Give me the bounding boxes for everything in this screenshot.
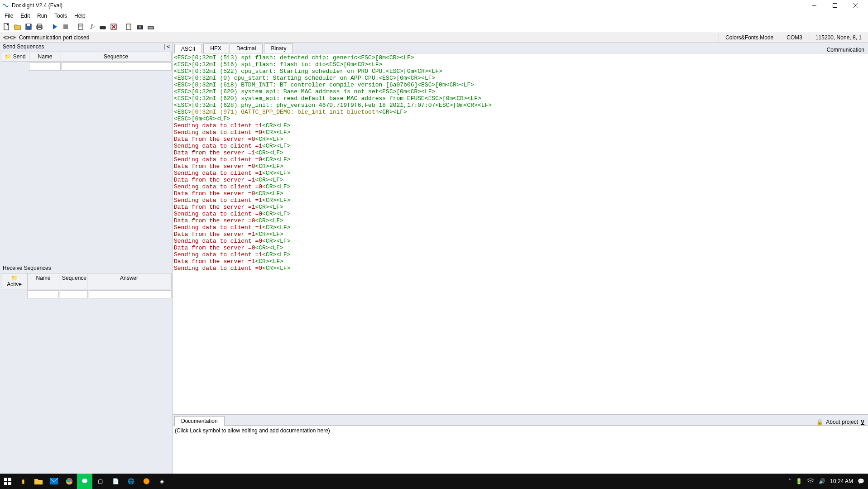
taskbar-app-6[interactable]: ▢ (92, 474, 108, 489)
tab-binary[interactable]: Binary (264, 43, 293, 53)
windows-taskbar: ▮ ▢ 📄 🌐 🟠 ◈ ˄ 🔋 🔊 10:24 AM 💬 (0, 474, 868, 489)
maximize-button[interactable] (825, 0, 845, 11)
collapse-send-icon[interactable]: |< (163, 43, 170, 50)
clear-x-icon[interactable] (109, 22, 119, 32)
serial-settings-cell[interactable]: 115200, None, 8, 1 (809, 33, 868, 43)
sheet-sparkle-icon[interactable] (124, 22, 134, 32)
menu-tools[interactable]: Tools (51, 12, 71, 20)
folder-icon: 📁 (11, 275, 18, 281)
play-icon[interactable] (50, 22, 60, 32)
send-table-header: 📁 Send Name Sequence (1, 52, 172, 62)
svg-rect-8 (38, 24, 41, 26)
about-project-link[interactable]: About project (826, 419, 858, 425)
send-col-sequence[interactable]: Sequence (61, 52, 171, 61)
send-col-name[interactable]: Name (29, 52, 61, 61)
svg-point-15 (102, 26, 106, 29)
tray-clock[interactable]: 10:24 AM (830, 478, 853, 484)
tab-hex[interactable]: HEX (203, 43, 228, 53)
taskbar-app-8[interactable]: 🌐 (123, 474, 139, 489)
file-explorer-icon[interactable] (31, 474, 46, 489)
lock-icon[interactable]: 🔒 (816, 419, 823, 425)
tab-decimal[interactable]: Decimal (230, 43, 263, 53)
stop-icon[interactable] (61, 22, 71, 32)
save-icon[interactable] (24, 22, 34, 32)
about-v[interactable]: V (861, 419, 864, 425)
notepad-icon[interactable] (76, 22, 86, 32)
taskbar-app-1[interactable]: ▮ (15, 474, 31, 489)
taskbar-app-7[interactable]: 📄 (108, 474, 123, 489)
tray-chevron-up-icon[interactable]: ˄ (788, 478, 791, 484)
titlebar: Docklight V2.4 (Eval) (0, 0, 868, 11)
line-app-icon[interactable] (77, 474, 92, 489)
toolbar (0, 21, 868, 33)
send-name-input[interactable] (29, 62, 61, 71)
svg-rect-9 (38, 28, 41, 29)
close-button[interactable] (845, 0, 866, 11)
binoculars-icon[interactable] (98, 22, 108, 32)
folder-icon: 📁 (5, 53, 11, 60)
taskbar-app-9[interactable]: 🟠 (139, 474, 154, 489)
svg-point-21 (139, 26, 141, 29)
com-port-cell[interactable]: COM3 (780, 33, 809, 43)
recv-name-input[interactable] (27, 290, 59, 298)
window-title: Docklight V2.4 (Eval) (12, 2, 62, 9)
port-status-text: Commmunication port closed (19, 34, 89, 41)
menu-edit[interactable]: Edit (17, 12, 34, 20)
colors-fonts-mode[interactable]: Colors&Fonts Mode (719, 33, 780, 43)
svg-rect-1 (833, 4, 837, 8)
menu-help[interactable]: Help (71, 12, 89, 20)
recv-col-name[interactable]: Name (28, 273, 59, 289)
receive-sequences-title: Receive Sequences (3, 265, 51, 271)
terminal-tabs: ASCII HEX Decimal Binary Communication (173, 43, 868, 53)
svg-point-32 (68, 480, 71, 483)
port-status-icon (3, 35, 16, 40)
svg-rect-28 (4, 482, 7, 485)
recv-sequence-input[interactable] (60, 290, 88, 298)
tray-battery-icon[interactable]: 🔋 (796, 478, 802, 484)
open-icon[interactable] (13, 22, 23, 32)
minimize-button[interactable] (804, 0, 825, 11)
svg-rect-29 (8, 482, 11, 485)
left-sidebar: Send Sequences |< 📁 Send Name Sequence R… (0, 43, 173, 489)
keyboard-icon[interactable] (146, 22, 156, 32)
terminal-output[interactable]: <ESC>[0;32mI (513) spi_flash: detected c… (173, 53, 868, 415)
app-icon (2, 2, 9, 9)
svg-rect-27 (8, 478, 11, 481)
recv-col-answer[interactable]: Answer (87, 273, 171, 289)
tray-wifi-icon[interactable] (807, 479, 814, 484)
docklight-taskbar-icon[interactable]: ◈ (154, 474, 169, 489)
tab-documentation[interactable]: Documentation (174, 416, 225, 426)
send-sequences-title: Send Sequences (3, 43, 44, 50)
chrome-icon[interactable] (62, 474, 77, 489)
send-sequence-input[interactable] (62, 62, 172, 71)
svg-rect-6 (27, 24, 30, 26)
comm-status-bar: Commmunication port closed Colors&Fonts … (0, 33, 868, 43)
start-button[interactable] (0, 474, 15, 489)
menubar: File Edit Run Tools Help (0, 11, 868, 21)
menu-run[interactable]: Run (34, 12, 51, 20)
print-icon[interactable] (34, 22, 44, 32)
wrench-icon[interactable] (87, 22, 97, 32)
recv-col-sequence[interactable]: Sequence (59, 273, 87, 289)
communication-label: Communication (827, 47, 868, 53)
camera-icon[interactable] (135, 22, 145, 32)
recv-answer-input[interactable] (89, 290, 172, 298)
svg-point-34 (82, 479, 87, 483)
tray-volume-icon[interactable]: 🔊 (819, 478, 825, 484)
tab-ascii[interactable]: ASCII (174, 44, 202, 53)
svg-rect-26 (4, 478, 7, 481)
recv-table-header: 📁 Active Name Sequence Answer (1, 273, 172, 289)
svg-rect-10 (63, 24, 68, 29)
new-icon[interactable] (2, 22, 12, 32)
mail-icon[interactable] (46, 474, 62, 489)
tray-notifications-icon[interactable]: 💬 (858, 478, 864, 484)
menu-file[interactable]: File (1, 12, 17, 20)
